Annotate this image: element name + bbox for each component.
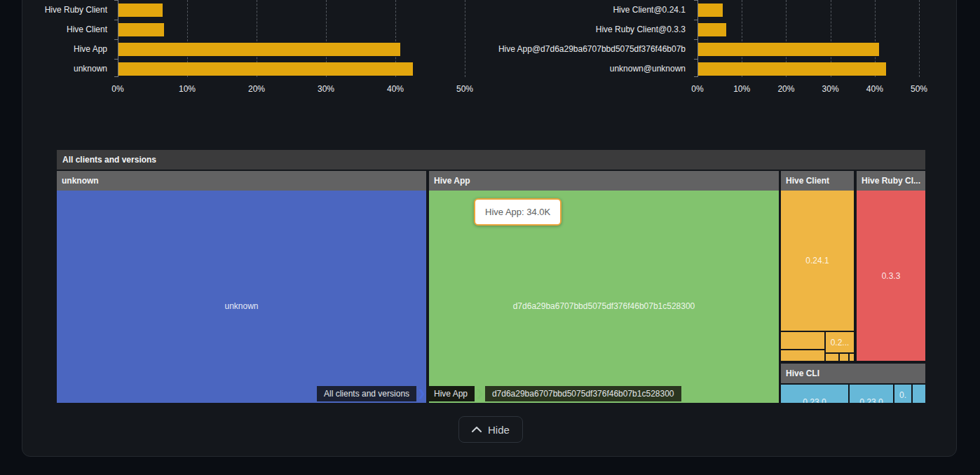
category-label: Hive App: [0, 43, 107, 56]
treemap-header-unknown[interactable]: unknown: [57, 171, 426, 191]
category-label: unknown@unknown: [490, 62, 686, 76]
x-axis-tick-label: 10%: [725, 84, 758, 94]
bar-hive-client-0-24-1[interactable]: [698, 4, 723, 17]
x-axis-tick-label: 40%: [858, 84, 892, 94]
treemap-tile-hive-app-hash-label: d7d6a29ba6707bbd5075df376f46b07b1c528300: [513, 301, 695, 311]
hide-button[interactable]: Hide: [458, 416, 523, 443]
treemap-tile-hive-client-0241[interactable]: 0.24.1: [781, 191, 854, 331]
bar-unknown-unknown[interactable]: [698, 62, 886, 76]
breadcrumb-chevron-icon: ❯: [475, 386, 485, 401]
x-axis-tick-label: 30%: [309, 84, 343, 94]
treemap-tile-hive-cli-tiny[interactable]: [913, 385, 925, 403]
treemap-tile-hive-cli-0[interactable]: 0.: [894, 385, 911, 403]
treemap-all-clients-and-versions: All clients and versionsunknownunknownHi…: [57, 150, 925, 403]
treemap-tile-hive-client-sub2[interactable]: [781, 350, 824, 361]
axis-tick: [694, 0, 697, 1]
treemap-header-hive-app[interactable]: Hive App: [429, 171, 779, 191]
treemap-tile-unknown-label: unknown: [224, 301, 258, 311]
treemap-tile-hive-cli-0230b[interactable]: 0.23.0: [850, 385, 893, 403]
axis-tick: [694, 59, 697, 60]
chevron-up-icon: [472, 427, 482, 432]
x-axis-tick-label: 50%: [448, 84, 482, 94]
x-axis-tick-label: 40%: [379, 84, 412, 94]
treemap-tile-hive-client-02-label: 0.2...: [831, 338, 850, 347]
treemap-tile-hive-cli-0230b-label: 0.23.0: [859, 397, 883, 403]
treemap-root-header[interactable]: All clients and versions: [57, 150, 925, 170]
axis-tick: [114, 59, 118, 60]
x-axis-tick-label: 0%: [681, 84, 714, 94]
treemap-tile-hive-client-sub1[interactable]: [781, 332, 824, 349]
treemap-tile-hive-client-sub4[interactable]: [840, 354, 848, 361]
axis-tick: [114, 0, 118, 1]
bar-chart-clients: 0%10%20%30%40%50%Hive Ruby ClientHive Cl…: [0, 0, 490, 98]
breadcrumb-chevron-icon: ❯: [416, 386, 427, 401]
axis-tick: [114, 20, 118, 20]
treemap-tile-hive-cli-0230a[interactable]: 0.23.0: [781, 385, 848, 403]
breadcrumb-item-0[interactable]: All clients and versions: [317, 386, 416, 401]
treemap-tooltip: Hive App: 34.0K: [474, 198, 562, 226]
category-label: Hive Ruby Client: [0, 4, 107, 17]
category-label: Hive App@d7d6a29ba6707bbd5075df376f46b07…: [490, 43, 686, 56]
treemap-tile-hive-client-02[interactable]: 0.2...: [826, 332, 854, 352]
axis-tick: [114, 39, 118, 40]
bar-chart-client-versions: 0%10%20%30%40%50%Hive Client@0.24.1Hive …: [490, 0, 980, 98]
axis-tick: [114, 76, 118, 77]
grid-line: [919, 0, 920, 77]
breadcrumb-item-1[interactable]: Hive App: [427, 386, 475, 401]
x-axis-tick-label: 10%: [170, 84, 204, 94]
treemap-tile-hive-ruby-033-label: 0.3.3: [882, 271, 901, 281]
dashboard-stage: 0%10%20%30%40%50%Hive Ruby ClientHive Cl…: [0, 0, 980, 475]
treemap-tile-unknown[interactable]: unknown: [57, 191, 426, 403]
treemap-header-hive-client[interactable]: Hive Client: [781, 171, 854, 191]
x-axis-tick-label: 20%: [240, 84, 273, 94]
bar-unknown[interactable]: [118, 62, 413, 76]
treemap-header-hive-ruby-client[interactable]: Hive Ruby Cl...: [857, 171, 925, 191]
bar-hive-app-d7d6a29ba6707bbd5075df376f46b07b[interactable]: [698, 43, 879, 56]
bar-hive-app[interactable]: [118, 43, 400, 56]
x-axis-tick-label: 20%: [769, 84, 803, 94]
hide-button-label: Hide: [488, 424, 510, 436]
breadcrumb-item-2[interactable]: d7d6a29ba6707bbd5075df376f46b07b1c528300: [485, 386, 681, 401]
x-axis-tick-label: 50%: [902, 84, 936, 94]
grid-line: [465, 0, 465, 77]
treemap-tile-hive-cli-0230a-label: 0.23.0: [803, 397, 826, 403]
x-axis-tick-label: 0%: [101, 84, 135, 94]
axis-tick: [694, 76, 697, 77]
treemap-header-hive-cli[interactable]: Hive CLI: [781, 364, 925, 383]
bar-hive-ruby-client-0-3-3[interactable]: [698, 23, 726, 36]
bar-hive-ruby-client[interactable]: [118, 4, 163, 17]
category-label: unknown: [0, 62, 107, 76]
breadcrumb: All clients and versions❯Hive App❯d7d6a2…: [317, 386, 681, 401]
category-label: Hive Ruby Client@0.3.3: [490, 23, 686, 36]
treemap-tile-hive-client-sub3[interactable]: [826, 354, 838, 361]
category-label: Hive Client: [0, 23, 107, 36]
treemap-tile-hive-cli-0-label: 0.: [899, 390, 906, 400]
bar-hive-client[interactable]: [118, 23, 164, 36]
treemap-tile-hive-ruby-033[interactable]: 0.3.3: [857, 191, 925, 361]
treemap-tile-hive-client-0241-label: 0.24.1: [805, 256, 829, 266]
axis-tick: [694, 20, 697, 20]
axis-tick: [694, 39, 697, 40]
treemap-tile-hive-client-sub5[interactable]: [850, 354, 854, 361]
category-label: Hive Client@0.24.1: [490, 4, 686, 17]
x-axis-tick-label: 30%: [814, 84, 848, 94]
